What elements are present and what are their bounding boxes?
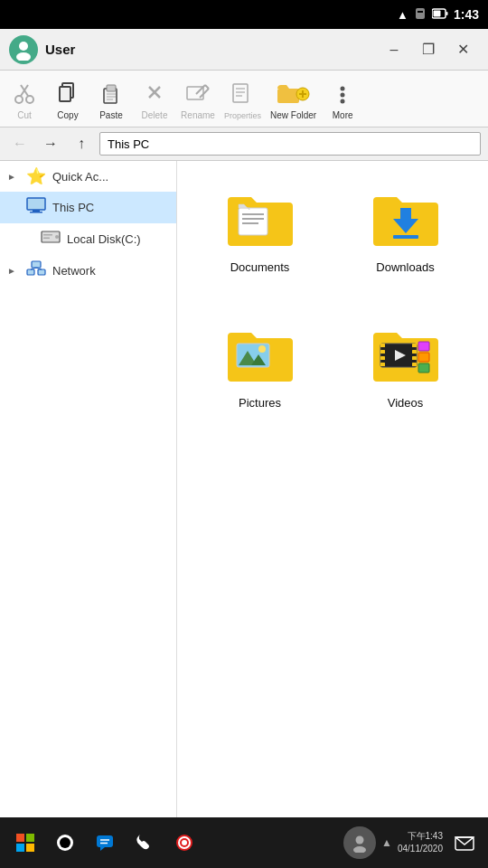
svg-rect-63	[412, 344, 417, 347]
close-button[interactable]: ✕	[446, 36, 479, 63]
taskbar-notification-icon[interactable]	[448, 826, 481, 859]
taskbar-phone-app[interactable]	[127, 825, 163, 861]
cut-icon	[14, 80, 35, 108]
taskbar-chat-app[interactable]	[87, 825, 123, 861]
sidebar-label-quick-access: Quick Ac...	[52, 170, 108, 184]
folder-downloads[interactable]: Downloads	[337, 175, 474, 302]
rename-icon	[185, 80, 211, 108]
sidebar-item-this-pc[interactable]: This PC	[0, 192, 176, 223]
taskbar: ▲ 下午1:43 04/11/2020	[0, 817, 488, 868]
more-button[interactable]: More	[322, 76, 363, 123]
folder-pictures[interactable]: Pictures	[192, 311, 328, 438]
svg-rect-66	[412, 363, 417, 366]
ribbon: Cut Copy Paste	[0, 71, 488, 127]
quick-access-icon: ⭐	[25, 166, 47, 186]
svg-rect-62	[380, 363, 385, 366]
back-button[interactable]: ←	[7, 131, 33, 156]
svg-rect-77	[97, 835, 113, 847]
svg-point-34	[341, 99, 345, 104]
status-bar: ▲ 1:43	[0, 0, 488, 29]
paste-button[interactable]: Paste	[90, 76, 132, 123]
svg-rect-36	[33, 210, 40, 212]
svg-rect-3	[433, 10, 440, 16]
taskbar-user-icon[interactable]	[343, 826, 376, 859]
delete-label: Delete	[142, 110, 168, 121]
properties-button[interactable]: Properties	[221, 77, 265, 123]
delete-icon	[144, 80, 165, 108]
paste-icon	[100, 80, 122, 108]
chevron-right-network-icon: ►	[7, 266, 20, 276]
folder-documents[interactable]: Documents	[192, 175, 328, 302]
pictures-label: Pictures	[239, 396, 281, 410]
svg-point-84	[182, 840, 187, 845]
svg-rect-73	[16, 844, 24, 852]
svg-rect-1	[418, 11, 423, 13]
taskbar-right: ▲ 下午1:43 04/11/2020	[343, 826, 481, 859]
cut-label: Cut	[17, 110, 32, 121]
cut-button[interactable]: Cut	[4, 76, 45, 123]
documents-label: Documents	[230, 260, 290, 274]
rename-button[interactable]: Rename	[177, 76, 219, 123]
svg-rect-24	[233, 84, 248, 102]
address-input[interactable]	[99, 132, 481, 156]
videos-label: Videos	[388, 396, 424, 410]
svg-point-39	[55, 235, 59, 239]
svg-rect-74	[26, 844, 34, 852]
svg-rect-41	[43, 238, 50, 240]
avatar	[9, 35, 38, 64]
up-button[interactable]: ↑	[69, 131, 94, 156]
forward-button[interactable]: →	[38, 131, 63, 156]
svg-rect-44	[38, 269, 45, 275]
svg-rect-70	[418, 363, 429, 373]
taskbar-circle-app[interactable]	[47, 825, 83, 861]
downloads-icon	[370, 183, 442, 255]
local-disk-icon	[40, 229, 61, 250]
copy-icon	[57, 80, 79, 108]
svg-rect-61	[380, 356, 385, 360]
svg-rect-37	[30, 212, 42, 213]
battery-icon	[432, 7, 448, 23]
sidebar-item-quick-access[interactable]: ► ⭐ Quick Ac...	[0, 161, 176, 192]
sidebar-label-network: Network	[52, 264, 96, 278]
svg-rect-71	[16, 834, 24, 842]
new-folder-label: New Folder	[270, 110, 316, 121]
svg-rect-0	[416, 8, 425, 19]
start-button[interactable]	[7, 825, 43, 861]
svg-point-86	[353, 846, 366, 853]
svg-rect-40	[43, 234, 52, 236]
wifi-icon: ▲	[397, 8, 408, 22]
svg-point-85	[356, 836, 364, 844]
svg-point-32	[341, 87, 345, 91]
sidebar-item-local-disk[interactable]: Local Disk(C:)	[0, 223, 176, 255]
new-folder-button[interactable]: New Folder	[267, 76, 320, 123]
folder-videos[interactable]: Videos	[337, 311, 474, 438]
window-controls: – ❐ ✕	[378, 36, 479, 63]
taskbar-browser-app[interactable]	[166, 825, 202, 861]
restore-button[interactable]: ❐	[412, 36, 445, 63]
properties-icon	[231, 80, 255, 109]
more-icon	[335, 80, 350, 108]
new-folder-icon	[277, 80, 310, 108]
more-label: More	[333, 110, 353, 121]
delete-button[interactable]: Delete	[134, 76, 175, 123]
svg-rect-42	[32, 261, 41, 268]
svg-rect-68	[418, 342, 429, 351]
svg-rect-53	[393, 235, 418, 239]
svg-point-6	[16, 52, 31, 61]
svg-rect-4	[446, 12, 447, 15]
svg-rect-64	[412, 350, 417, 354]
svg-point-76	[60, 837, 70, 848]
svg-marker-88	[455, 837, 474, 844]
svg-marker-78	[100, 847, 105, 851]
sidebar-item-network[interactable]: ► Network	[0, 255, 176, 287]
svg-rect-47	[239, 208, 267, 235]
svg-rect-43	[27, 269, 34, 275]
title-bar: User – ❐ ✕	[0, 29, 488, 71]
svg-rect-28	[277, 89, 299, 103]
svg-rect-65	[412, 356, 417, 360]
svg-point-9	[15, 96, 23, 103]
videos-icon	[370, 318, 442, 391]
sidebar-label-this-pc: This PC	[52, 201, 94, 214]
copy-button[interactable]: Copy	[47, 76, 89, 123]
minimize-button[interactable]: –	[378, 36, 410, 63]
